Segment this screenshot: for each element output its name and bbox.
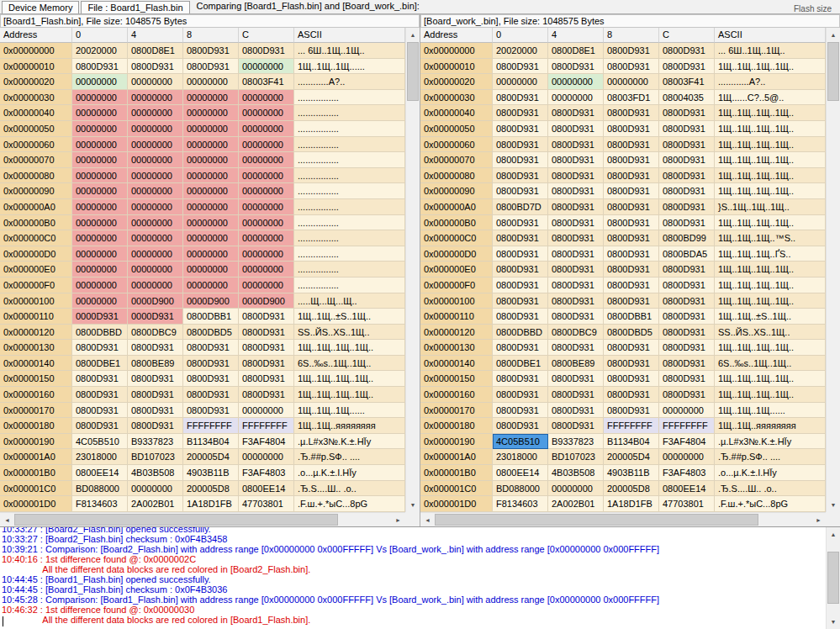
hex-cell[interactable]: 00000000 [128,481,183,497]
hex-cell[interactable]: 0800D931 [239,371,294,387]
hex-cell[interactable]: 00000000 [128,183,183,199]
hex-cell[interactable]: 00000000 [72,74,128,90]
hex-cell[interactable]: 0800D931 [493,121,548,137]
hex-cell[interactable]: 00000000 [72,199,128,215]
hex-cell[interactable]: 00000000 [183,246,239,262]
hex-cell[interactable]: BD088000 [493,481,548,497]
hex-cell[interactable]: 00000000 [239,262,294,278]
hex-cell[interactable]: 00000000 [128,121,183,137]
hex-cell[interactable]: 0800D931 [128,387,183,403]
hex-cell[interactable]: 0800D931 [659,152,715,168]
hex-cell[interactable]: 08003F41 [659,74,715,90]
hex-cell[interactable]: 0800D931 [493,105,548,121]
hex-cell[interactable]: 0800D931 [604,371,659,387]
scroll-down-icon[interactable] [827,615,840,629]
scrollbar-track[interactable] [406,42,420,498]
hex-cell[interactable]: 0800D931 [239,309,294,325]
hex-cell[interactable]: 00000000 [239,59,294,75]
hex-cell[interactable]: 00000000 [128,168,183,184]
hex-cell[interactable]: 0800DBC9 [548,325,604,341]
hex-cell[interactable]: 0800D931 [239,43,294,59]
hex-cell[interactable]: 0800D931 [604,121,659,137]
hex-cell[interactable]: 0800D8E1 [128,43,183,59]
hex-cell[interactable]: F3AF4804 [239,434,294,450]
hex-cell[interactable]: 0800BE89 [128,356,183,372]
hex-cell[interactable]: 00000000 [72,246,128,262]
hex-cell[interactable]: 0800D931 [493,371,548,387]
hex-cell[interactable]: 0800D931 [128,340,183,356]
hex-cell[interactable]: 0000D931 [72,309,128,325]
hex-cell[interactable]: 0800D931 [239,356,294,372]
hex-cell[interactable]: B9337823 [128,434,183,450]
hex-cell[interactable]: 0800D931 [493,215,548,231]
hex-cell[interactable]: 0800D931 [493,293,548,309]
hex-cell[interactable]: 00000000 [183,262,239,278]
hex-cell[interactable]: 0800DBD5 [183,325,239,341]
hex-cell[interactable]: 0800D931 [604,183,659,199]
hex-cell[interactable]: 4B03B508 [128,465,183,481]
scrollbar-track[interactable] [14,513,391,526]
hex-cell[interactable]: 20020000 [493,43,548,59]
scrollbar-track[interactable] [827,542,840,615]
hex-cell[interactable]: 00000000 [72,262,128,278]
hex-cell[interactable]: 4C05B510 [493,434,548,450]
hex-cell[interactable]: 4903B11B [604,465,659,481]
hex-cell[interactable]: 0800D931 [183,356,239,372]
hex-cell[interactable]: 0800D931 [128,371,183,387]
hex-cell[interactable]: 0800D931 [548,137,604,153]
hex-cell[interactable]: 0800D931 [493,168,548,184]
hex-cell[interactable]: 00000000 [239,90,294,106]
hex-cell[interactable]: 00000000 [659,403,715,419]
hex-cell[interactable]: 00000000 [72,293,128,309]
hex-cell[interactable]: 0800D931 [659,183,715,199]
hex-cell[interactable]: 0800D931 [659,309,715,325]
hex-cell[interactable]: 00000000 [128,246,183,262]
hex-cell[interactable]: 0800D931 [183,43,239,59]
hex-cell[interactable]: 0800D931 [604,168,659,184]
hex-cell[interactable]: 0800EE14 [493,465,548,481]
hex-cell[interactable]: 00000000 [128,90,183,106]
hex-cell[interactable]: 0800D931 [72,59,128,75]
scrollbar-thumb[interactable] [435,514,758,526]
hex-cell[interactable]: 0800D931 [493,137,548,153]
hex-cell[interactable]: 0800D931 [659,43,715,59]
hex-cell[interactable]: 0800D931 [183,340,239,356]
hex-cell[interactable]: 0800D931 [659,262,715,278]
hex-cell[interactable]: 00000000 [183,137,239,153]
hex-cell[interactable]: 0800BD7D [493,199,548,215]
scrollbar-track[interactable] [827,42,840,498]
hex-cell[interactable]: 00000000 [183,74,239,90]
hex-cell[interactable]: 00000000 [183,152,239,168]
hex-cell[interactable]: 00000000 [128,105,183,121]
hex-cell[interactable]: 0800D931 [239,387,294,403]
hex-cell[interactable]: 0800BD99 [659,230,715,246]
hex-cell[interactable]: 00000000 [493,74,548,90]
hex-cell[interactable]: 00000000 [183,90,239,106]
hex-cell[interactable]: 0800D931 [548,293,604,309]
hex-cell[interactable]: 0800DBE1 [72,356,128,372]
hex-cell[interactable]: 0800D931 [604,340,659,356]
hex-cell[interactable]: 00000000 [239,230,294,246]
hex-cell[interactable]: 00000000 [604,74,659,90]
scroll-up-icon[interactable] [827,28,840,42]
hex-cell[interactable]: 00000000 [183,105,239,121]
hex-cell[interactable]: 0800D931 [659,371,715,387]
hex-cell[interactable]: 0800D931 [659,278,715,293]
hex-cell[interactable]: 00000000 [183,168,239,184]
hex-cell[interactable]: B1134B04 [183,434,239,450]
hex-cell[interactable]: 0800D931 [72,371,128,387]
hex-cell[interactable]: 00000000 [183,121,239,137]
hex-cell[interactable]: 0800D931 [604,387,659,403]
hex-cell[interactable]: 00000000 [72,105,128,121]
hex-cell[interactable]: 0000D931 [128,309,183,325]
hex-cell[interactable]: 00000000 [239,246,294,262]
hex-cell[interactable]: 0800D931 [659,340,715,356]
hex-cell[interactable]: 0800D931 [604,199,659,215]
scroll-up-icon[interactable] [827,527,840,542]
hex-cell[interactable]: 4903B11B [183,465,239,481]
hex-cell[interactable]: 0800D931 [548,199,604,215]
hex-cell[interactable]: 0800D931 [72,387,128,403]
scroll-right-icon[interactable] [391,513,405,526]
log-area[interactable]: 10:33:27 : [Board2_Flash.bin] opened suc… [0,527,826,629]
hex-cell[interactable]: 00000000 [128,152,183,168]
